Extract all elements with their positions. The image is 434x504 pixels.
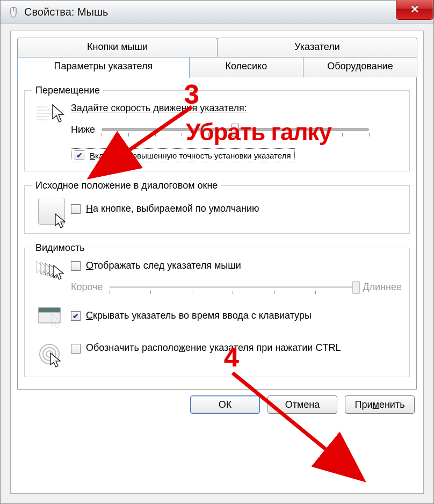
trails-checkbox[interactable]: ✔ [71,261,81,271]
group-motion-legend: Перемещение [32,85,103,96]
svg-rect-7 [39,308,60,312]
trails-max-label: Длиннее [363,282,402,293]
client-area: Кнопки мыши Указатели Параметры указател… [10,31,424,494]
titlebar: Свойства: Мышь ✕ [1,1,433,24]
ok-button[interactable]: ОК [190,395,260,414]
annotation-number-3: 3 [184,79,199,110]
annotation-number-4: 4 [224,342,239,373]
tab-pointer-options[interactable]: Параметры указателя [17,57,190,78]
trails-min-label: Короче [71,282,103,293]
dialog-buttons: ОК Отмена ПрименитьПрименить [17,390,417,416]
tab-wheel[interactable]: Колесико [189,57,303,77]
window-title: Свойства: Мышь [24,6,108,18]
trails-label: Отображать след указателя мыши [86,260,241,271]
annotation-text: Убрать галку [186,119,331,146]
enhance-precision-label: ВВключить повышенную точность установки … [90,151,291,160]
enhance-precision-row: ✔ ВВключить повышенную точность установк… [71,148,295,162]
tabs: Кнопки мыши Указатели Параметры указател… [17,38,417,390]
group-visibility: Видимость [24,242,410,377]
speed-min-label: Ниже [71,124,95,135]
hide-typing-icon [32,307,71,330]
mouse-app-icon [7,6,20,19]
ctrl-locate-checkbox[interactable]: ✔ [71,344,81,354]
close-button[interactable]: ✕ [396,0,433,20]
tab-pointers[interactable]: Указатели [217,38,417,57]
cancel-button[interactable]: Отмена [267,395,337,414]
apply-button[interactable]: ПрименитьПрименить [345,395,415,414]
group-snap-legend: Исходное положение в диалоговом окне [32,180,221,191]
hide-typing-label: Скрывать указатель во время ввода с клав… [86,310,312,321]
snap-default-checkbox[interactable]: ✔ [71,204,81,214]
tab-buttons[interactable]: Кнопки мыши [17,38,218,57]
group-snap: Исходное положение в диалоговом окне [24,180,410,234]
trails-icon [32,260,71,284]
close-icon: ✕ [410,4,419,15]
ctrl-locate-icon [32,342,71,368]
motion-icon [32,103,71,124]
dialog-window: Свойства: Мышь ✕ Кнопки мыши Указатели П… [0,0,434,504]
trails-slider [110,279,357,295]
ctrl-locate-label: Обозначить расположение указателя при на… [86,342,341,354]
hide-typing-checkbox[interactable]: ✔ [71,311,81,321]
enhance-precision-checkbox[interactable]: ✔ [75,150,84,160]
snap-default-label: На кнопке, выбираемой по умолчанию [86,203,259,214]
snap-icon [32,198,71,225]
speed-label: Задайте скорость движения указателя: [71,103,402,114]
group-visibility-legend: Видимость [32,242,88,254]
tab-hardware[interactable]: Оборудование [303,57,417,77]
